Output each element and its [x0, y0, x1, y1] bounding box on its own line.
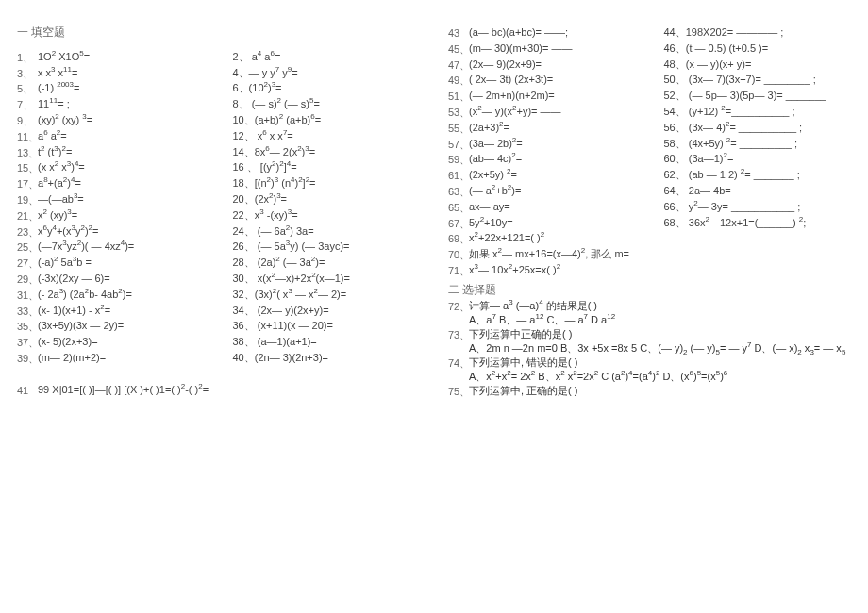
question-text-a: (3x+5y)(3x — 2y)= — [38, 320, 231, 332]
question-text-a: —(—ab3= — [38, 193, 231, 206]
mc-number — [448, 342, 469, 343]
question-text-a: 1O2 X1O5= — [38, 51, 231, 63]
question-text-b: 54、 (y+12) 2=__________ ; — [662, 106, 852, 118]
mc-number — [448, 371, 469, 372]
question-number — [17, 368, 38, 369]
question-number: 3、 — [17, 67, 38, 80]
question-row: 11、a6 a2=12、 x6 x x7= — [17, 130, 420, 146]
question-number: 9、 — [17, 114, 38, 127]
question-number: 7、 — [17, 98, 38, 111]
question-number: 59、 — [448, 153, 469, 166]
question-text-a: x6y4+(x3y2)2= — [38, 225, 231, 238]
question-row: 1、1O2 X1O5=2、 a4 a6= — [17, 51, 420, 67]
question-row: 33、(x- 1)(x+1) - x2=34、 (2x— y)(2x+y)= — [17, 305, 420, 321]
question-text-b: 36、 (x+11)(x — 20)= — [231, 320, 421, 332]
question-number: 41 — [17, 384, 38, 397]
question-row: 35、(3x+5y)(3x — 2y)=36、 (x+11)(x — 20)= — [17, 320, 420, 336]
question-row: 9、(xy)2 (xy) 3=10、(a+b)2 (a+b)6= — [17, 114, 420, 130]
question-number: 19、 — [17, 193, 38, 207]
question-number: 39、 — [17, 352, 38, 365]
question-number: 23、 — [17, 225, 38, 239]
question-text-b: 38、 (a—1)(a+1)= — [231, 336, 421, 348]
question-text-b: 22、x3 -(xy)3= — [231, 209, 421, 222]
question-row: 67、5y2+10y=68、 36x2—12x+1=(______) 2; — [448, 217, 851, 233]
mc-row: 74、下列运算中, 错误的是( ) — [448, 356, 851, 370]
question-number: 17、 — [17, 177, 38, 191]
question-text-a: x2+22x+121=( )2 — [469, 232, 851, 244]
question-text-b: 14、8x6— 2(x2)3= — [231, 146, 421, 158]
question-row: 47、(2x— 9)(2x+9)=48、(x — y)(x+ y)= — [448, 58, 851, 75]
question-row: 53、(x2— y)(x2+y)= ——54、 (y+12) 2=_______… — [448, 106, 851, 122]
section-2-title: 二 选择题 — [448, 284, 851, 297]
question-text-a: (xy)2 (xy) 3= — [38, 114, 231, 126]
question-text-a: 如果 x2— mx+16=(x—4)2, 那么 m= — [469, 248, 851, 260]
question-text-b: 16 、 [(y2)2]4= — [231, 161, 421, 174]
question-text-a: (-a)2 5a3b = — [38, 257, 231, 269]
question-text-b: 10、(a+b)2 (a+b)6= — [231, 114, 421, 126]
question-number: 27、 — [17, 257, 38, 270]
question-text-a: ax— ay= — [469, 201, 662, 213]
question-row: 37、(x- 5)(2x+3)=38、 (a—1)(a+1)= — [17, 336, 420, 352]
mc-text: A、a7 B、— a12 C、— a7 D a12 — [469, 314, 851, 326]
question-number: 33、 — [17, 305, 38, 318]
mc-text: 下列运算中, 错误的是( ) — [469, 356, 851, 369]
mc-number: 75、 — [448, 385, 469, 398]
question-row: 15、(x x2 x3)4=16 、 [(y2)2]4= — [17, 161, 420, 177]
question-number: 1、 — [17, 51, 38, 64]
mc-text: 下列运算中, 正确的是( ) — [469, 385, 851, 397]
question-number: 43 — [448, 26, 469, 40]
question-number: 63、 — [448, 185, 469, 198]
question-number: 11、 — [17, 130, 38, 143]
question-text-a: (a— bc)(a+bc)= ——; — [469, 26, 662, 39]
question-text-a: x x3 x11= — [38, 67, 231, 79]
question-text-a: (—7x3yz2)( — 4xz4)= — [38, 240, 231, 253]
question-row: 57、(3a— 2b)2=58、 (4x+5y) 2= _________ ; — [448, 138, 851, 154]
question-text-b: 40、(2n— 3)(2n+3)= — [231, 352, 421, 364]
question-number: 5、 — [17, 82, 38, 95]
question-number: 45、 — [448, 42, 469, 56]
question-number: 61、 — [448, 169, 469, 182]
question-row: 51、(— 2m+n)(n+2m)=52、 (— 5p— 3)(5p— 3)= … — [448, 90, 851, 106]
question-text-a: (- 2a3) (2a2b- 4ab2)= — [38, 289, 231, 301]
question-text-a: ( 2x— 3t) (2x+3t)= — [469, 74, 662, 86]
question-text-b: 50、 (3x— 7)(3x+7)= ________ ; — [662, 74, 852, 86]
question-number: 35、 — [17, 320, 38, 333]
question-row: 31、(- 2a3) (2a2b- 4ab2)=32、(3x)2( x3 — x… — [17, 289, 420, 305]
question-text-b: 6、(102)3= — [231, 82, 421, 94]
question-number: 69、 — [448, 232, 469, 245]
question-text-b: 52、 (— 5p— 3)(5p— 3)= _______ — [662, 90, 852, 102]
question-text-b: 28、 (2a)2 (— 3a2)= — [231, 257, 421, 269]
mc-number: 74、 — [448, 356, 469, 370]
question-text-b: 64、 2a— 4b= — [662, 185, 852, 197]
question-text-b: 12、 x6 x x7= — [231, 130, 421, 142]
question-text-b: 62、 (ab — 1 2) 2= _______ ; — [662, 169, 852, 181]
question-text-a: (m— 2)(m+2)= — [38, 352, 231, 364]
question-text-b: 44、198X202= ———— ; — [662, 26, 852, 39]
question-text-b: 4、— y y7 y9= — [231, 67, 421, 79]
question-number: 65、 — [448, 201, 469, 214]
question-number: 70、 — [448, 248, 469, 261]
question-text-b: 34、 (2x— y)(2x+y)= — [231, 305, 421, 317]
question-row: 39、(m— 2)(m+2)=40、(2n— 3)(2n+3)= — [17, 352, 420, 368]
question-text-b: 24、 (— 6a2) 3a= — [231, 225, 421, 238]
question-text-a: (3a— 2b)2= — [469, 138, 662, 150]
question-number: 37、 — [17, 336, 38, 349]
mc-number: 73、 — [448, 328, 469, 341]
question-number: 29、 — [17, 273, 38, 286]
question-number: 31、 — [17, 289, 38, 302]
question-text-a: a8+(a2)4= — [38, 177, 231, 190]
left-column: 一 填空题 1、1O2 X1O5=2、 a4 a6=3、x x3 x11=4、—… — [17, 26, 444, 604]
question-row: 63、(— a2+b2)=64、 2a— 4b= — [448, 185, 851, 201]
question-text-b: 46、(t — 0.5) (t+0.5 )= — [662, 42, 852, 55]
question-row: 7、1111= ;8、 (— s)2 (— s)5= — [17, 98, 420, 114]
question-row: 71、x3— 10x2+25x=x( )2 — [448, 264, 851, 280]
question-number: 71、 — [448, 264, 469, 277]
mc-row: A、2m n —2n m=0 B、3x +5x =8x 5 C、(— y)2 (… — [448, 341, 851, 356]
question-text-a: a6 a2= — [38, 130, 231, 142]
question-text-a: (m— 30)(m+30)= —— — [469, 42, 662, 55]
question-row: 69、x2+22x+121=( )2 — [448, 232, 851, 248]
question-text-b: 56、 (3x— 4)2= __________ ; — [662, 122, 852, 134]
section-1-title: 一 填空题 — [17, 26, 420, 40]
question-text-a: (x- 1)(x+1) - x2= — [38, 305, 231, 317]
mc-row: 73、下列运算中正确的是( ) — [448, 327, 851, 341]
